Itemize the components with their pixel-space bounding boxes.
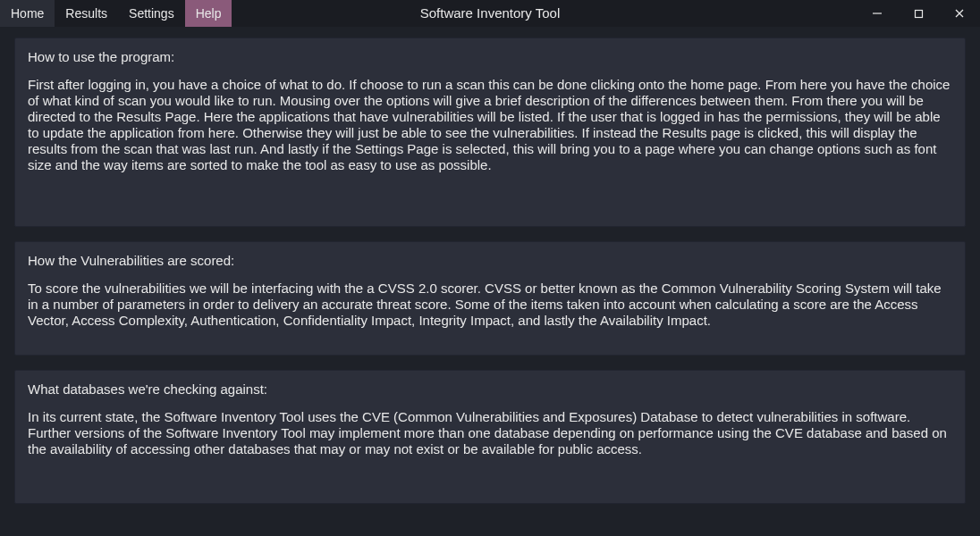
panel-scored-body: To score the vulnerabilities we will be … (28, 281, 952, 329)
window-title: Software Inventory Tool (420, 0, 560, 27)
help-content: How to use the program: First after logg… (0, 27, 980, 529)
panel-databases: What databases we're checking against: I… (14, 370, 966, 504)
panel-howto-body: First after logging in, you have a choic… (28, 77, 952, 173)
svg-rect-1 (915, 10, 922, 17)
menu-home[interactable]: Home (0, 0, 55, 27)
menu-settings[interactable]: Settings (118, 0, 185, 27)
panel-scored-heading: How the Vulnerabilities are scored: (28, 253, 952, 268)
maximize-icon (914, 9, 924, 19)
panel-howto-heading: How to use the program: (28, 49, 952, 64)
maximize-button[interactable] (898, 0, 939, 27)
panel-databases-heading: What databases we're checking against: (28, 381, 952, 397)
menu-results[interactable]: Results (55, 0, 118, 27)
minimize-button[interactable] (857, 0, 898, 27)
titlebar: Home Results Settings Help Software Inve… (0, 0, 980, 27)
minimize-icon (872, 8, 883, 19)
menu-help[interactable]: Help (185, 0, 232, 27)
close-icon (954, 8, 965, 19)
panel-howto: How to use the program: First after logg… (14, 38, 966, 227)
window-controls (857, 0, 980, 27)
close-button[interactable] (939, 0, 980, 27)
panel-databases-body: In its current state, the Software Inven… (28, 409, 952, 457)
panel-scored: How the Vulnerabilities are scored: To s… (14, 241, 966, 356)
menubar: Home Results Settings Help (0, 0, 232, 27)
